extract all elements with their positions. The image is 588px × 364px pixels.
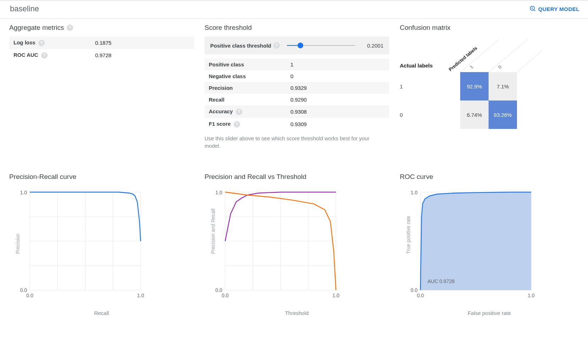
roc-chart-title: ROC curve [400, 173, 579, 181]
confusion-cell: 7.1% [489, 72, 517, 100]
confusion-matrix: Actual labels Predicted labels 1 0 1 92.… [400, 37, 579, 129]
confusion-predicted-header: Predicted labels 1 0 [460, 37, 517, 72]
svg-line-2 [460, 39, 499, 72]
svg-text:1.0: 1.0 [411, 190, 418, 195]
threshold-slider-row: Positive class threshold ? 0.2001 [205, 37, 389, 54]
svg-text:1.0: 1.0 [528, 293, 535, 298]
svg-text:0.0: 0.0 [26, 293, 33, 298]
confusion-title: Confusion matrix [400, 24, 579, 32]
aggregate-title: Aggregate metrics ? [9, 24, 194, 32]
page-header: baseline QUERY MODEL [0, 0, 588, 19]
help-icon[interactable]: ? [41, 52, 48, 59]
page-title: baseline [10, 4, 39, 13]
table-row: ROC AUC ? 0.9728 [9, 49, 194, 61]
threshold-title: Score threshold [205, 24, 389, 32]
help-icon[interactable]: ? [38, 40, 45, 46]
svg-line-4 [517, 51, 542, 72]
svg-line-1 [534, 10, 535, 11]
svg-text:1.0: 1.0 [216, 190, 223, 195]
query-model-label: QUERY MODEL [538, 6, 579, 12]
threshold-slider[interactable] [287, 45, 355, 46]
query-model-icon [529, 5, 536, 13]
help-icon[interactable]: ? [67, 25, 73, 31]
aggregate-metrics-table: Log loss ? 0.1875 ROC AUC ? 0.9728 [9, 37, 194, 61]
threshold-table: Positive class1 Negative class0 Precisio… [205, 59, 389, 130]
svg-text:0.0: 0.0 [20, 287, 27, 293]
query-model-button[interactable]: QUERY MODEL [529, 5, 579, 13]
help-icon[interactable]: ? [234, 121, 240, 127]
svg-text:0.0: 0.0 [222, 293, 229, 298]
help-icon[interactable]: ? [273, 42, 280, 49]
svg-text:1.0: 1.0 [20, 190, 27, 195]
threshold-helper: Use this slider above to see which score… [205, 135, 382, 150]
svg-text:0.0: 0.0 [216, 287, 223, 293]
confusion-cell: 92.9% [460, 72, 489, 100]
prt-chart-title: Precision and Recall vs Threshold [205, 173, 389, 181]
pr-chart-title: Precision-Recall curve [9, 173, 194, 181]
svg-text:1.0: 1.0 [137, 293, 144, 298]
svg-text:1.0: 1.0 [332, 293, 339, 298]
svg-text:0.0: 0.0 [417, 293, 424, 298]
svg-text:0.0: 0.0 [411, 287, 418, 293]
svg-line-3 [489, 39, 528, 72]
slider-thumb[interactable] [298, 43, 303, 48]
table-row: Log loss ? 0.1875 [9, 37, 194, 49]
svg-text:AUC 0.9728: AUC 0.9728 [428, 278, 454, 284]
confusion-cell: 93.26% [489, 100, 517, 129]
pr-chart: Precision 1.00.00.01.0 [9, 186, 194, 299]
threshold-value: 0.2001 [362, 43, 383, 49]
help-icon[interactable]: ? [236, 109, 242, 115]
confusion-cell: 6.74% [460, 100, 489, 129]
prt-chart: Precision and Recall 1.00.00.01.0 [205, 186, 389, 299]
roc-chart: True positive rate 1.00.00.01.0AUC 0.972… [400, 186, 579, 299]
